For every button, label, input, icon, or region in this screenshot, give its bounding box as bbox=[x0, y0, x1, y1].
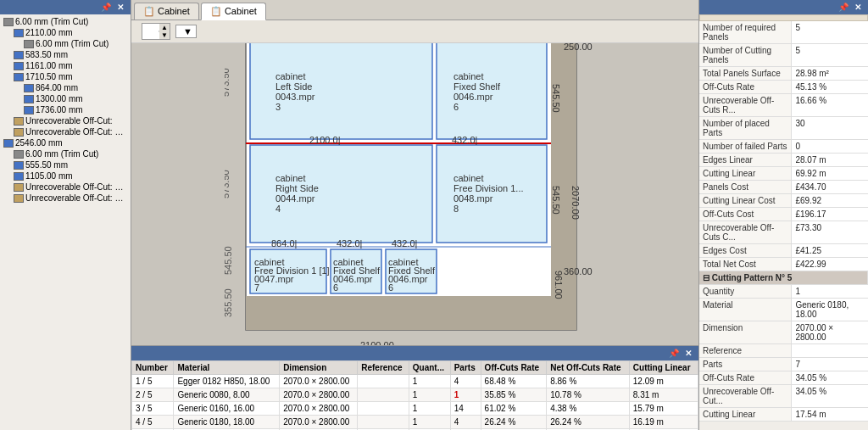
panel-header-icons: 📌 ✕ bbox=[99, 3, 125, 12]
prop-name: Number of placed Parts bbox=[699, 117, 792, 139]
close-icon-bottom[interactable]: ✕ bbox=[683, 349, 693, 358]
table-cell: 2070.0 × 2800.00 bbox=[280, 375, 358, 388]
table-cell bbox=[358, 416, 409, 429]
spinner-buttons: ▲ ▼ bbox=[159, 24, 170, 39]
prop-row: Unrecoverable Off-Cut...34.05 % bbox=[699, 385, 868, 408]
prop-name: Cutting Linear Cost bbox=[699, 194, 792, 207]
tree-label: 2546.00 mm bbox=[15, 138, 63, 148]
tree-item[interactable]: 1710.50 mm bbox=[2, 71, 129, 82]
table-header: Material bbox=[174, 361, 280, 375]
table-cell: 14 bbox=[450, 402, 481, 416]
copy-dropdown[interactable]: ▼ bbox=[175, 25, 197, 38]
prop-value: 30 bbox=[792, 117, 868, 139]
prop-name: Total Net Cost bbox=[699, 258, 792, 271]
table-cell: 4 bbox=[450, 416, 481, 429]
color-box bbox=[14, 73, 24, 81]
table-cell: 2 / 5 bbox=[132, 388, 174, 402]
bottom-panel-icons: 📌 ✕ bbox=[667, 349, 693, 358]
tree-label: 555.50 mm bbox=[25, 160, 68, 170]
tree-item[interactable]: 1736.00 mm bbox=[2, 104, 129, 115]
svg-text:4: 4 bbox=[275, 204, 281, 214]
table-cell bbox=[358, 402, 409, 416]
color-box bbox=[14, 150, 24, 159]
color-box bbox=[14, 161, 24, 170]
svg-text:961.00: 961.00 bbox=[554, 271, 564, 299]
tree-label: Unrecoverable Off-Cut: 355 bbox=[25, 127, 127, 137]
prop-row: Off-Cuts Rate34.05 % bbox=[699, 371, 868, 385]
svg-text:864.0|: 864.0| bbox=[271, 238, 297, 249]
tree-item[interactable]: 1300.00 mm bbox=[2, 93, 129, 104]
pin-icon-right[interactable]: 📌 bbox=[837, 3, 850, 12]
close-icon[interactable]: ✕ bbox=[115, 3, 125, 12]
prop-row: Number of required Panels5 bbox=[699, 21, 868, 44]
tree-item[interactable]: 2546.00 mm bbox=[2, 137, 129, 148]
svg-text:3: 3 bbox=[275, 102, 281, 112]
prop-value: 28.98 m² bbox=[792, 67, 868, 80]
tree-item[interactable]: 2110.00 mm bbox=[2, 27, 129, 38]
svg-text:cabinet: cabinet bbox=[275, 173, 305, 183]
close-icon-right[interactable]: ✕ bbox=[853, 3, 863, 12]
prop-row: ⊟ Cutting Pattern N° 5 bbox=[699, 271, 868, 285]
table-cell: 4 bbox=[450, 375, 481, 388]
tree-item[interactable]: 6.00 mm (Trim Cut) bbox=[2, 38, 129, 49]
table-cell: 26.24 % bbox=[481, 416, 547, 429]
pin-icon[interactable]: 📌 bbox=[99, 3, 113, 12]
tab-bar: 📋Cabinet📋Cabinet bbox=[131, 0, 698, 20]
table-cell: 12.09 m bbox=[629, 375, 698, 388]
spinner-up[interactable]: ▲ bbox=[159, 24, 170, 31]
prop-name: Material bbox=[699, 299, 792, 321]
prop-name: Number of Cutting Panels bbox=[699, 44, 792, 66]
pattern-spinner[interactable]: ▲ ▼ bbox=[142, 23, 170, 40]
spinner-value bbox=[142, 31, 159, 32]
tree-item[interactable]: 864.00 mm bbox=[2, 82, 129, 93]
bottom-panel: 📌 ✕ NumberMaterialDimensionReferenceQuan… bbox=[131, 345, 698, 430]
tree-item[interactable]: Unrecoverable Off-Cut: bbox=[2, 115, 129, 126]
svg-text:0043.mpr: 0043.mpr bbox=[275, 92, 315, 102]
table-cell: 8.31 m bbox=[629, 388, 698, 402]
left-panel-header: 📌 ✕ bbox=[0, 0, 131, 14]
prop-row: Reference bbox=[699, 344, 868, 358]
prop-value: £434.70 bbox=[792, 181, 868, 193]
spinner-down[interactable]: ▼ bbox=[159, 31, 170, 39]
table-cell: Generic 0080, 8.00 bbox=[174, 388, 280, 402]
tab-tab1[interactable]: 📋Cabinet bbox=[134, 3, 199, 20]
svg-text:cabinet: cabinet bbox=[275, 71, 305, 81]
prop-value bbox=[792, 344, 868, 357]
table-row[interactable]: 1 / 5Egger 0182 H850, 18.002070.0 × 2800… bbox=[132, 375, 698, 388]
prop-value: 45.13 % bbox=[792, 81, 868, 93]
tree-label: 1710.50 mm bbox=[25, 72, 73, 81]
tree-item[interactable]: 1105.00 mm bbox=[2, 170, 129, 181]
color-box bbox=[24, 95, 34, 103]
table-cell: 10.78 % bbox=[547, 388, 630, 402]
tree-item[interactable]: Unrecoverable Off-Cut: 355 bbox=[2, 126, 129, 137]
tree-item[interactable]: 6.00 mm (Trim Cut) bbox=[2, 148, 129, 159]
svg-text:0046.mpr: 0046.mpr bbox=[333, 274, 373, 284]
left-panel: 📌 ✕ 6.00 mm (Trim Cut)2110.00 mm6.00 mm … bbox=[0, 0, 131, 430]
prop-row: Unrecoverable Off-Cuts R...16.66 % bbox=[699, 94, 868, 117]
table-cell: 1 / 5 bbox=[132, 375, 174, 388]
properties-subtitle bbox=[699, 14, 868, 21]
pin-icon-bottom[interactable]: 📌 bbox=[667, 349, 681, 358]
tree-item[interactable]: 6.00 mm (Trim Cut) bbox=[2, 16, 129, 27]
color-box bbox=[14, 128, 24, 137]
tree-item[interactable]: 1161.00 mm bbox=[2, 60, 129, 71]
tree-item[interactable]: 555.50 mm bbox=[2, 159, 129, 170]
prop-value: £196.17 bbox=[792, 208, 868, 221]
svg-text:Right Side: Right Side bbox=[275, 183, 319, 193]
tab-tab2[interactable]: 📋Cabinet bbox=[201, 3, 266, 20]
table-cell: 1 bbox=[409, 402, 450, 416]
table-cell: 15.79 m bbox=[629, 402, 698, 416]
cutting-board-svg: cabinet Left Side 0043.mpr 3 2100.0| cab… bbox=[225, 43, 606, 345]
prop-name: Unrecoverable Off-Cuts C... bbox=[699, 221, 792, 243]
tree-item[interactable]: Unrecoverable Off-Cut: 961 bbox=[2, 181, 129, 193]
table-row[interactable]: 3 / 5Generic 0160, 16.002070.0 × 2800.00… bbox=[132, 402, 698, 416]
table-row[interactable]: 4 / 5Generic 0180, 18.002070.0 × 2800.00… bbox=[132, 416, 698, 429]
tree-item[interactable]: Unrecoverable Off-Cut: 2070.0 bbox=[2, 193, 129, 204]
prop-name: Edges Linear bbox=[699, 154, 792, 166]
tree-label: 6.00 mm (Trim Cut) bbox=[25, 149, 98, 159]
table-row[interactable]: 2 / 5Generic 0080, 8.002070.0 × 2800.001… bbox=[132, 388, 698, 402]
prop-row: MaterialGeneric 0180, 18.00 bbox=[699, 299, 868, 321]
tree-item[interactable]: 583.50 mm bbox=[2, 49, 129, 60]
svg-text:0047.mpr: 0047.mpr bbox=[254, 274, 294, 284]
main-container: 📌 ✕ 6.00 mm (Trim Cut)2110.00 mm6.00 mm … bbox=[0, 0, 868, 430]
